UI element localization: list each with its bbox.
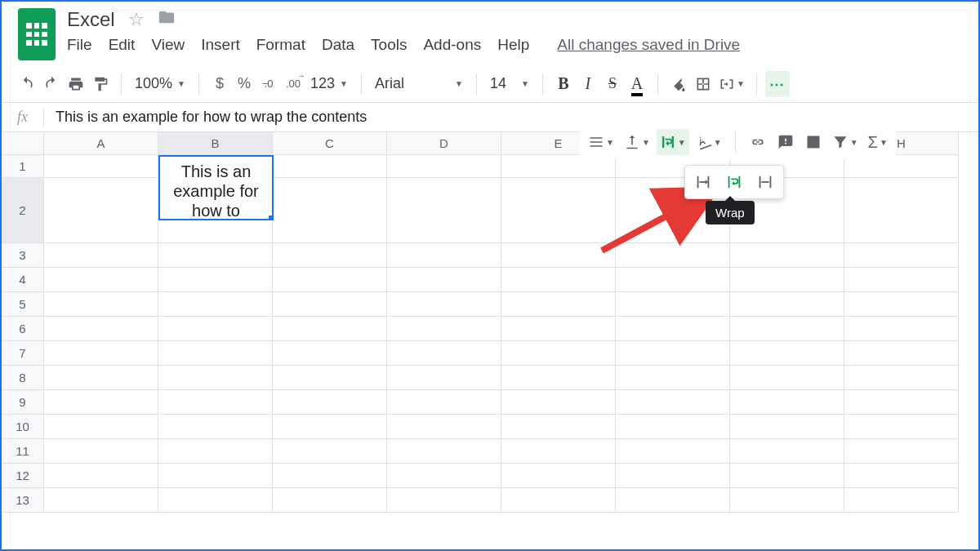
font-size-select[interactable]: 14▼ [485, 75, 534, 92]
merge-cells-button[interactable]: ▼ [715, 71, 748, 97]
vertical-align-button[interactable]: ▼ [621, 129, 653, 155]
zoom-select[interactable]: 100%▼ [130, 75, 190, 92]
font-select[interactable]: Arial▼ [370, 75, 468, 92]
row-header[interactable]: 11 [2, 439, 44, 464]
spreadsheet-grid[interactable]: A B C D E F G H 1 2 3 4 5 6 7 8 9 10 11 … [2, 132, 978, 513]
insert-comment-button[interactable] [773, 129, 798, 155]
menu-view[interactable]: View [151, 36, 185, 54]
menu-bar: File Edit View Insert Format Data Tools … [67, 36, 970, 54]
increase-decimal-button[interactable]: .00→ [281, 71, 305, 97]
row-header[interactable]: 6 [2, 317, 44, 341]
title-area: Excel ☆ File Edit View Insert Format Dat… [2, 2, 978, 60]
row-header[interactable]: 5 [2, 292, 44, 317]
col-header[interactable]: C [273, 132, 387, 155]
zoom-value: 100% [135, 75, 172, 92]
menu-edit[interactable]: Edit [109, 36, 136, 54]
percent-button[interactable]: % [232, 71, 256, 97]
wrap-clip-option[interactable] [754, 171, 777, 193]
menu-data[interactable]: Data [322, 36, 354, 54]
doc-title[interactable]: Excel [67, 8, 115, 31]
row-header[interactable]: 13 [2, 488, 44, 513]
strikethrough-button[interactable]: S [600, 71, 625, 97]
col-header[interactable]: A [44, 132, 158, 155]
row-header[interactable]: 4 [2, 268, 44, 292]
row-header[interactable]: 2 [2, 178, 44, 243]
text-rotation-button[interactable]: ▼ [693, 129, 725, 155]
redo-button[interactable] [39, 71, 64, 97]
sheets-logo-icon [18, 8, 56, 60]
numfmt-label: 123 [310, 75, 335, 92]
horizontal-align-button[interactable]: ▼ [585, 129, 617, 155]
row-header[interactable]: 1 [2, 155, 44, 178]
text-wrap-button[interactable]: ▼ [657, 129, 689, 155]
print-button[interactable] [64, 71, 88, 97]
fontsize-label: 14 [490, 75, 506, 92]
row-header[interactable]: 10 [2, 415, 44, 439]
wrap-tooltip: Wrap [706, 201, 755, 224]
selected-cell-b2[interactable]: This is an example for how to [158, 155, 274, 220]
save-status[interactable]: All changes saved in Drive [557, 36, 740, 54]
toolbar: 100%▼ $ % .0_ .00→ 123▼ Arial▼ 14▼ B I S… [2, 65, 978, 103]
select-all-corner[interactable] [2, 132, 44, 155]
col-header[interactable]: D [387, 132, 501, 155]
menu-insert[interactable]: Insert [201, 36, 240, 54]
fx-icon: fx [2, 109, 44, 126]
more-button[interactable]: ⋯ [765, 71, 790, 97]
paint-format-button[interactable] [88, 71, 113, 97]
borders-button[interactable] [691, 71, 715, 97]
menu-addons[interactable]: Add-ons [423, 36, 481, 54]
fill-handle[interactable] [269, 216, 274, 220]
filter-button[interactable]: ▼ [829, 129, 862, 155]
fill-color-button[interactable] [666, 71, 691, 97]
undo-button[interactable] [15, 71, 39, 97]
decrease-decimal-button[interactable]: .0_ [256, 71, 281, 97]
insert-chart-button[interactable] [801, 129, 826, 155]
menu-help[interactable]: Help [497, 36, 529, 54]
app-window: Excel ☆ File Edit View Insert Format Dat… [0, 0, 980, 551]
doc-meta: Excel ☆ File Edit View Insert Format Dat… [67, 8, 970, 54]
wrap-overflow-option[interactable] [692, 171, 715, 193]
currency-button[interactable]: $ [207, 71, 232, 97]
col-header[interactable]: B [158, 132, 273, 155]
wrap-options-panel [684, 165, 784, 199]
functions-button[interactable]: Σ▼ [865, 129, 891, 155]
font-label: Arial [375, 75, 404, 92]
menu-tools[interactable]: Tools [371, 36, 407, 54]
folder-icon[interactable] [158, 8, 176, 31]
insert-link-button[interactable] [746, 129, 770, 155]
formula-input[interactable] [44, 109, 978, 126]
star-icon[interactable]: ☆ [128, 9, 145, 30]
wrap-wrap-option[interactable] [723, 171, 746, 193]
menu-format[interactable]: Format [256, 36, 305, 54]
row-header[interactable]: 3 [2, 243, 44, 268]
bold-button[interactable]: B [551, 71, 576, 97]
italic-button[interactable]: I [576, 71, 600, 97]
row-header[interactable]: 12 [2, 464, 44, 488]
rows: 1 2 3 4 5 6 7 8 9 10 11 12 13 [2, 155, 978, 513]
row-header[interactable]: 7 [2, 341, 44, 366]
menu-file[interactable]: File [67, 36, 92, 54]
cell-text: This is an example for how to [173, 162, 259, 220]
number-format-select[interactable]: 123▼ [305, 75, 353, 92]
row-header[interactable]: 8 [2, 366, 44, 390]
text-color-button[interactable]: A [625, 71, 649, 97]
toolbar-overflow: ▼ ▼ ▼ ▼ ▼ Σ▼ [580, 124, 896, 160]
row-header[interactable]: 9 [2, 390, 44, 415]
